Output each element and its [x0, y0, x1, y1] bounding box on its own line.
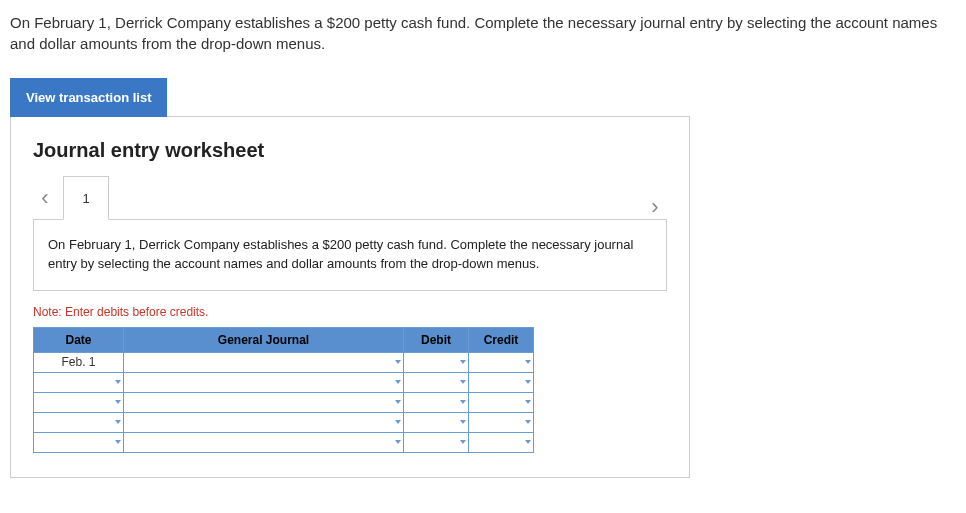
table-row [34, 412, 534, 432]
question-text: On February 1, Derrick Company establish… [10, 12, 956, 54]
table-row [34, 372, 534, 392]
view-transaction-list-button[interactable]: View transaction list [10, 78, 167, 117]
worksheet-title: Journal entry worksheet [33, 139, 667, 162]
col-header-debit: Debit [404, 327, 469, 352]
debit-select[interactable] [404, 432, 469, 452]
entry-tab-1[interactable]: 1 [63, 176, 109, 220]
credit-select[interactable] [469, 372, 534, 392]
general-journal-select[interactable] [124, 392, 404, 412]
date-select[interactable] [34, 392, 124, 412]
credit-select[interactable] [469, 412, 534, 432]
journal-table: Date General Journal Debit Credit Feb. 1 [33, 327, 534, 453]
entry-prompt: On February 1, Derrick Company establish… [33, 219, 667, 291]
debit-select[interactable] [404, 412, 469, 432]
credit-select[interactable] [469, 352, 534, 372]
col-header-date: Date [34, 327, 124, 352]
table-row [34, 392, 534, 412]
table-row [34, 432, 534, 452]
prev-entry-chevron[interactable]: ‹ [33, 185, 57, 211]
debit-select[interactable] [404, 372, 469, 392]
credit-select[interactable] [469, 392, 534, 412]
tab-row: ‹ 1 › [33, 176, 667, 220]
date-select[interactable] [34, 412, 124, 432]
general-journal-select[interactable] [124, 432, 404, 452]
next-entry-chevron[interactable]: › [643, 194, 667, 220]
debits-before-credits-note: Note: Enter debits before credits. [33, 305, 667, 319]
col-header-general-journal: General Journal [124, 327, 404, 352]
date-cell[interactable]: Feb. 1 [34, 352, 124, 372]
general-journal-select[interactable] [124, 352, 404, 372]
col-header-credit: Credit [469, 327, 534, 352]
credit-select[interactable] [469, 432, 534, 452]
table-row: Feb. 1 [34, 352, 534, 372]
general-journal-select[interactable] [124, 412, 404, 432]
debit-select[interactable] [404, 392, 469, 412]
debit-select[interactable] [404, 352, 469, 372]
worksheet-panel: Journal entry worksheet ‹ 1 › On Februar… [10, 116, 690, 478]
date-select[interactable] [34, 432, 124, 452]
date-select[interactable] [34, 372, 124, 392]
general-journal-select[interactable] [124, 372, 404, 392]
